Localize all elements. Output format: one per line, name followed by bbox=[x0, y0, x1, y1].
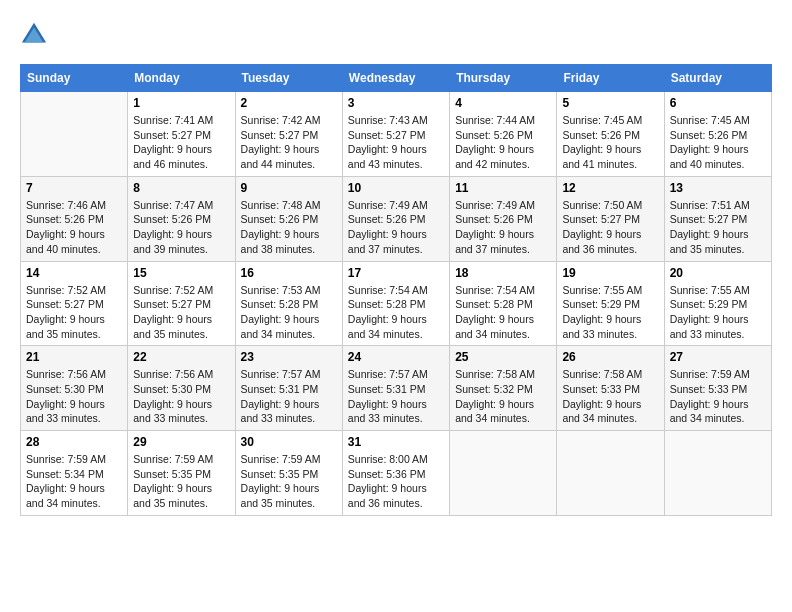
calendar-cell: 19Sunrise: 7:55 AM Sunset: 5:29 PM Dayli… bbox=[557, 261, 664, 346]
calendar-week-row: 28Sunrise: 7:59 AM Sunset: 5:34 PM Dayli… bbox=[21, 431, 772, 516]
day-detail: Sunrise: 7:46 AM Sunset: 5:26 PM Dayligh… bbox=[26, 198, 122, 257]
calendar-cell: 31Sunrise: 8:00 AM Sunset: 5:36 PM Dayli… bbox=[342, 431, 449, 516]
calendar-cell: 22Sunrise: 7:56 AM Sunset: 5:30 PM Dayli… bbox=[128, 346, 235, 431]
day-number: 1 bbox=[133, 96, 229, 110]
day-number: 20 bbox=[670, 266, 766, 280]
day-number: 28 bbox=[26, 435, 122, 449]
day-detail: Sunrise: 7:52 AM Sunset: 5:27 PM Dayligh… bbox=[133, 283, 229, 342]
calendar-cell: 9Sunrise: 7:48 AM Sunset: 5:26 PM Daylig… bbox=[235, 176, 342, 261]
calendar-cell: 28Sunrise: 7:59 AM Sunset: 5:34 PM Dayli… bbox=[21, 431, 128, 516]
calendar-cell: 2Sunrise: 7:42 AM Sunset: 5:27 PM Daylig… bbox=[235, 92, 342, 177]
day-number: 21 bbox=[26, 350, 122, 364]
calendar-cell: 17Sunrise: 7:54 AM Sunset: 5:28 PM Dayli… bbox=[342, 261, 449, 346]
day-number: 2 bbox=[241, 96, 337, 110]
calendar-cell bbox=[21, 92, 128, 177]
calendar-cell: 3Sunrise: 7:43 AM Sunset: 5:27 PM Daylig… bbox=[342, 92, 449, 177]
day-number: 8 bbox=[133, 181, 229, 195]
day-number: 31 bbox=[348, 435, 444, 449]
day-detail: Sunrise: 7:56 AM Sunset: 5:30 PM Dayligh… bbox=[133, 367, 229, 426]
day-number: 3 bbox=[348, 96, 444, 110]
calendar-cell: 23Sunrise: 7:57 AM Sunset: 5:31 PM Dayli… bbox=[235, 346, 342, 431]
day-detail: Sunrise: 7:59 AM Sunset: 5:34 PM Dayligh… bbox=[26, 452, 122, 511]
calendar-cell: 14Sunrise: 7:52 AM Sunset: 5:27 PM Dayli… bbox=[21, 261, 128, 346]
calendar-cell: 11Sunrise: 7:49 AM Sunset: 5:26 PM Dayli… bbox=[450, 176, 557, 261]
day-number: 30 bbox=[241, 435, 337, 449]
calendar-cell: 18Sunrise: 7:54 AM Sunset: 5:28 PM Dayli… bbox=[450, 261, 557, 346]
day-number: 18 bbox=[455, 266, 551, 280]
calendar-cell: 29Sunrise: 7:59 AM Sunset: 5:35 PM Dayli… bbox=[128, 431, 235, 516]
calendar-cell: 13Sunrise: 7:51 AM Sunset: 5:27 PM Dayli… bbox=[664, 176, 771, 261]
day-number: 13 bbox=[670, 181, 766, 195]
day-detail: Sunrise: 7:45 AM Sunset: 5:26 PM Dayligh… bbox=[670, 113, 766, 172]
day-detail: Sunrise: 7:54 AM Sunset: 5:28 PM Dayligh… bbox=[455, 283, 551, 342]
day-number: 19 bbox=[562, 266, 658, 280]
day-number: 6 bbox=[670, 96, 766, 110]
calendar-cell: 7Sunrise: 7:46 AM Sunset: 5:26 PM Daylig… bbox=[21, 176, 128, 261]
calendar-week-row: 14Sunrise: 7:52 AM Sunset: 5:27 PM Dayli… bbox=[21, 261, 772, 346]
day-detail: Sunrise: 7:51 AM Sunset: 5:27 PM Dayligh… bbox=[670, 198, 766, 257]
page-header bbox=[20, 20, 772, 48]
day-detail: Sunrise: 7:42 AM Sunset: 5:27 PM Dayligh… bbox=[241, 113, 337, 172]
day-number: 12 bbox=[562, 181, 658, 195]
day-detail: Sunrise: 7:58 AM Sunset: 5:32 PM Dayligh… bbox=[455, 367, 551, 426]
day-detail: Sunrise: 7:54 AM Sunset: 5:28 PM Dayligh… bbox=[348, 283, 444, 342]
calendar-cell: 21Sunrise: 7:56 AM Sunset: 5:30 PM Dayli… bbox=[21, 346, 128, 431]
day-detail: Sunrise: 7:55 AM Sunset: 5:29 PM Dayligh… bbox=[562, 283, 658, 342]
calendar-cell bbox=[450, 431, 557, 516]
calendar-cell: 4Sunrise: 7:44 AM Sunset: 5:26 PM Daylig… bbox=[450, 92, 557, 177]
calendar-cell: 25Sunrise: 7:58 AM Sunset: 5:32 PM Dayli… bbox=[450, 346, 557, 431]
day-detail: Sunrise: 7:52 AM Sunset: 5:27 PM Dayligh… bbox=[26, 283, 122, 342]
day-number: 14 bbox=[26, 266, 122, 280]
day-detail: Sunrise: 7:47 AM Sunset: 5:26 PM Dayligh… bbox=[133, 198, 229, 257]
calendar-cell: 27Sunrise: 7:59 AM Sunset: 5:33 PM Dayli… bbox=[664, 346, 771, 431]
day-detail: Sunrise: 7:44 AM Sunset: 5:26 PM Dayligh… bbox=[455, 113, 551, 172]
calendar-cell bbox=[557, 431, 664, 516]
weekday-header-saturday: Saturday bbox=[664, 65, 771, 92]
weekday-header-row: SundayMondayTuesdayWednesdayThursdayFrid… bbox=[21, 65, 772, 92]
day-number: 23 bbox=[241, 350, 337, 364]
day-number: 22 bbox=[133, 350, 229, 364]
calendar-cell: 24Sunrise: 7:57 AM Sunset: 5:31 PM Dayli… bbox=[342, 346, 449, 431]
calendar-table: SundayMondayTuesdayWednesdayThursdayFrid… bbox=[20, 64, 772, 516]
logo-icon bbox=[20, 20, 48, 48]
weekday-header-monday: Monday bbox=[128, 65, 235, 92]
logo bbox=[20, 20, 52, 48]
calendar-cell: 26Sunrise: 7:58 AM Sunset: 5:33 PM Dayli… bbox=[557, 346, 664, 431]
calendar-cell: 16Sunrise: 7:53 AM Sunset: 5:28 PM Dayli… bbox=[235, 261, 342, 346]
day-number: 16 bbox=[241, 266, 337, 280]
weekday-header-sunday: Sunday bbox=[21, 65, 128, 92]
day-number: 29 bbox=[133, 435, 229, 449]
day-number: 27 bbox=[670, 350, 766, 364]
calendar-cell: 12Sunrise: 7:50 AM Sunset: 5:27 PM Dayli… bbox=[557, 176, 664, 261]
calendar-cell: 1Sunrise: 7:41 AM Sunset: 5:27 PM Daylig… bbox=[128, 92, 235, 177]
day-detail: Sunrise: 8:00 AM Sunset: 5:36 PM Dayligh… bbox=[348, 452, 444, 511]
day-detail: Sunrise: 7:49 AM Sunset: 5:26 PM Dayligh… bbox=[348, 198, 444, 257]
day-number: 9 bbox=[241, 181, 337, 195]
day-number: 24 bbox=[348, 350, 444, 364]
day-number: 4 bbox=[455, 96, 551, 110]
day-number: 10 bbox=[348, 181, 444, 195]
calendar-cell: 15Sunrise: 7:52 AM Sunset: 5:27 PM Dayli… bbox=[128, 261, 235, 346]
day-number: 15 bbox=[133, 266, 229, 280]
day-detail: Sunrise: 7:53 AM Sunset: 5:28 PM Dayligh… bbox=[241, 283, 337, 342]
calendar-week-row: 7Sunrise: 7:46 AM Sunset: 5:26 PM Daylig… bbox=[21, 176, 772, 261]
weekday-header-tuesday: Tuesday bbox=[235, 65, 342, 92]
day-detail: Sunrise: 7:41 AM Sunset: 5:27 PM Dayligh… bbox=[133, 113, 229, 172]
calendar-cell: 10Sunrise: 7:49 AM Sunset: 5:26 PM Dayli… bbox=[342, 176, 449, 261]
calendar-cell: 8Sunrise: 7:47 AM Sunset: 5:26 PM Daylig… bbox=[128, 176, 235, 261]
calendar-week-row: 1Sunrise: 7:41 AM Sunset: 5:27 PM Daylig… bbox=[21, 92, 772, 177]
calendar-cell bbox=[664, 431, 771, 516]
day-detail: Sunrise: 7:56 AM Sunset: 5:30 PM Dayligh… bbox=[26, 367, 122, 426]
day-detail: Sunrise: 7:58 AM Sunset: 5:33 PM Dayligh… bbox=[562, 367, 658, 426]
calendar-cell: 20Sunrise: 7:55 AM Sunset: 5:29 PM Dayli… bbox=[664, 261, 771, 346]
day-detail: Sunrise: 7:50 AM Sunset: 5:27 PM Dayligh… bbox=[562, 198, 658, 257]
day-detail: Sunrise: 7:43 AM Sunset: 5:27 PM Dayligh… bbox=[348, 113, 444, 172]
day-number: 5 bbox=[562, 96, 658, 110]
day-detail: Sunrise: 7:45 AM Sunset: 5:26 PM Dayligh… bbox=[562, 113, 658, 172]
weekday-header-friday: Friday bbox=[557, 65, 664, 92]
calendar-cell: 30Sunrise: 7:59 AM Sunset: 5:35 PM Dayli… bbox=[235, 431, 342, 516]
day-number: 26 bbox=[562, 350, 658, 364]
calendar-cell: 5Sunrise: 7:45 AM Sunset: 5:26 PM Daylig… bbox=[557, 92, 664, 177]
day-number: 7 bbox=[26, 181, 122, 195]
day-detail: Sunrise: 7:49 AM Sunset: 5:26 PM Dayligh… bbox=[455, 198, 551, 257]
